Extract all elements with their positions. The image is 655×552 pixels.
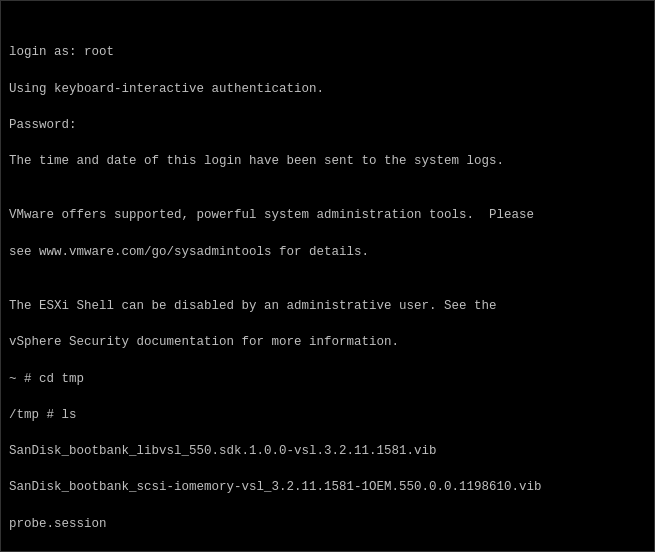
terminal-body[interactable]: login as: root Using keyboard-interactiv… bbox=[1, 1, 654, 551]
terminal-line: SanDisk_bootbank_scsi-iomemory-vsl_3.2.1… bbox=[9, 478, 646, 496]
terminal-line: probe.session bbox=[9, 515, 646, 533]
terminal-line: Using keyboard-interactive authenticatio… bbox=[9, 80, 646, 98]
terminal-line: ~ # cd tmp bbox=[9, 370, 646, 388]
terminal-line: The ESXi Shell can be disabled by an adm… bbox=[9, 297, 646, 315]
terminal-window: login as: root Using keyboard-interactiv… bbox=[0, 0, 655, 552]
terminal-line: see www.vmware.com/go/sysadmintools for … bbox=[9, 243, 646, 261]
terminal-line: vSphere Security documentation for more … bbox=[9, 333, 646, 351]
terminal-line: The time and date of this login have bee… bbox=[9, 152, 646, 170]
terminal-line: VMware offers supported, powerful system… bbox=[9, 206, 646, 224]
terminal-line: Password: bbox=[9, 116, 646, 134]
terminal-line: SanDisk_bootbank_libvsl_550.sdk.1.0.0-vs… bbox=[9, 442, 646, 460]
terminal-line: login as: root bbox=[9, 43, 646, 61]
terminal-line: /tmp # ls bbox=[9, 406, 646, 424]
